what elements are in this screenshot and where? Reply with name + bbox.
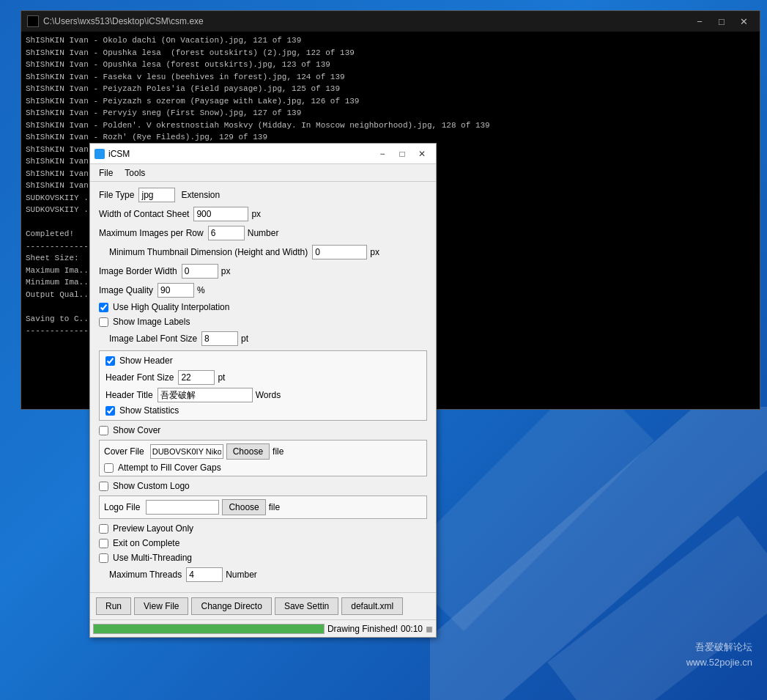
show-labels-checkbox[interactable] xyxy=(99,317,108,327)
show-labels-label: Show Image Labels xyxy=(113,317,190,327)
file-type-input[interactable] xyxy=(138,188,175,202)
show-cover-label: Show Cover xyxy=(113,425,160,435)
border-input[interactable] xyxy=(182,264,218,279)
header-font-label: Header Font Size xyxy=(105,372,174,383)
menu-tools[interactable]: Tools xyxy=(119,166,151,180)
run-button[interactable]: Run xyxy=(96,597,131,615)
show-cover-row: Show Cover xyxy=(99,425,427,435)
exit-complete-row: Exit on Complete xyxy=(99,538,427,548)
show-stats-row: Show Statistics xyxy=(105,405,420,416)
preview-only-checkbox[interactable] xyxy=(99,524,108,534)
max-images-label: Maximum Images per Row xyxy=(99,228,204,238)
icsm-dialog: iCSM − □ ✕ File Tools File Type Extensio… xyxy=(89,143,437,638)
cover-file-panel: Cover File Choose file Attempt to Fill C… xyxy=(99,440,427,476)
status-text: Drawing Finished! xyxy=(327,624,398,634)
exit-complete-label: Exit on Complete xyxy=(113,538,179,548)
menu-bar: File Tools xyxy=(90,164,436,182)
cmd-icon: □ xyxy=(27,15,39,27)
cover-file-label: Cover File xyxy=(104,446,144,457)
status-bar: Drawing Finished! 00:10 ◼ xyxy=(90,619,436,637)
threads-input[interactable] xyxy=(186,567,223,582)
width-unit: px xyxy=(251,209,261,219)
multi-threading-row: Use Multi-Threading xyxy=(99,553,427,563)
header-title-row: Header Title Words xyxy=(105,388,420,402)
header-title-input[interactable] xyxy=(158,388,253,402)
watermark-line2: www.52pojie.cn xyxy=(686,655,752,671)
progress-bar-outer xyxy=(93,624,325,634)
show-stats-checkbox[interactable] xyxy=(105,406,115,416)
extension-label: Extension xyxy=(181,190,220,200)
icsm-maximize-button[interactable]: □ xyxy=(393,147,412,161)
cover-choose-button[interactable]: Choose xyxy=(226,443,270,460)
min-thumb-unit: px xyxy=(370,247,379,257)
cover-file-row: Cover File Choose file xyxy=(104,443,422,460)
logo-choose-button[interactable]: Choose xyxy=(222,499,265,515)
menu-file[interactable]: File xyxy=(93,166,119,180)
fill-gaps-label: Attempt to Fill Cover Gaps xyxy=(118,463,221,473)
header-title-unit: Words xyxy=(256,390,281,400)
label-font-row: Image Label Font Size pt xyxy=(99,331,427,346)
watermark: 吾爱破解论坛 www.52pojie.cn xyxy=(686,640,752,671)
cmd-maximize-button[interactable]: □ xyxy=(711,14,732,29)
multi-threading-checkbox[interactable] xyxy=(99,553,108,563)
show-logo-checkbox[interactable] xyxy=(99,482,108,491)
watermark-line1: 吾爱破解论坛 xyxy=(686,640,752,655)
quality-input[interactable] xyxy=(158,283,194,298)
exit-complete-checkbox[interactable] xyxy=(99,539,108,548)
border-label: Image Border Width xyxy=(99,266,177,276)
icsm-window-controls: − □ ✕ xyxy=(373,147,431,161)
cmd-close-button[interactable]: ✕ xyxy=(733,14,754,29)
threads-label: Maximum Threads xyxy=(109,570,182,580)
hq-interpolation-label: Use High Quality Interpolation xyxy=(113,302,229,312)
width-row: Width of Contact Sheet px xyxy=(99,207,427,221)
icsm-title: iCSM xyxy=(108,149,130,159)
icsm-minimize-button[interactable]: − xyxy=(373,147,392,161)
cmd-title: C:\Users\wxs513\Desktop\iCSM\csm.exe xyxy=(43,16,204,26)
logo-file-suffix: file xyxy=(269,502,280,512)
label-font-label: Image Label Font Size xyxy=(109,334,197,344)
status-end: ◼ xyxy=(426,624,433,634)
save-settings-button[interactable]: Save Settin xyxy=(275,597,338,615)
show-labels-row: Show Image Labels xyxy=(99,317,427,327)
change-directory-button[interactable]: Change Directo xyxy=(191,597,271,615)
show-header-row: Show Header xyxy=(105,355,420,366)
border-row: Image Border Width px xyxy=(99,264,427,279)
view-file-button[interactable]: View File xyxy=(134,597,188,615)
hq-interpolation-checkbox[interactable] xyxy=(99,303,108,312)
show-stats-label: Show Statistics xyxy=(119,405,179,416)
max-images-unit: Number xyxy=(248,228,279,238)
logo-file-label: Logo File xyxy=(104,502,140,512)
icsm-title-area: iCSM xyxy=(95,149,130,159)
header-title-label: Header Title xyxy=(105,390,153,400)
bottom-buttons-bar: Run View File Change Directo Save Settin… xyxy=(90,592,436,619)
logo-file-input[interactable] xyxy=(146,500,219,515)
show-cover-checkbox[interactable] xyxy=(99,426,108,435)
header-font-input[interactable] xyxy=(178,370,215,385)
icsm-close-button[interactable]: ✕ xyxy=(412,147,431,161)
logo-file-row: Logo File Choose file xyxy=(99,495,427,519)
icsm-app-icon xyxy=(95,149,105,159)
max-images-input[interactable] xyxy=(208,226,245,240)
fill-gaps-row: Attempt to Fill Cover Gaps xyxy=(104,463,422,473)
cover-file-input[interactable] xyxy=(150,444,223,459)
status-time: 00:10 xyxy=(401,624,423,634)
default-xml-button[interactable]: default.xml xyxy=(341,597,403,615)
quality-row: Image Quality % xyxy=(99,283,427,298)
show-header-checkbox[interactable] xyxy=(105,356,115,366)
cover-file-suffix: file xyxy=(273,446,284,457)
file-type-label: File Type xyxy=(99,190,134,200)
fill-gaps-checkbox[interactable] xyxy=(104,463,114,473)
header-font-unit: pt xyxy=(218,372,225,383)
quality-label: Image Quality xyxy=(99,285,153,295)
threads-row: Maximum Threads Number xyxy=(99,567,427,582)
show-logo-row: Show Custom Logo xyxy=(99,481,427,491)
min-thumb-label: Minimum Thumbnail Dimension (Height and … xyxy=(109,247,308,257)
cmd-titlebar: □ C:\Users\wxs513\Desktop\iCSM\csm.exe −… xyxy=(21,11,760,32)
border-unit: px xyxy=(221,266,231,276)
width-input[interactable] xyxy=(193,207,248,221)
header-font-row: Header Font Size pt xyxy=(105,370,420,385)
min-thumb-input[interactable] xyxy=(312,245,367,259)
icsm-form-body: File Type Extension Width of Contact She… xyxy=(90,182,436,592)
label-font-input[interactable] xyxy=(201,331,238,346)
cmd-minimize-button[interactable]: − xyxy=(689,14,710,29)
